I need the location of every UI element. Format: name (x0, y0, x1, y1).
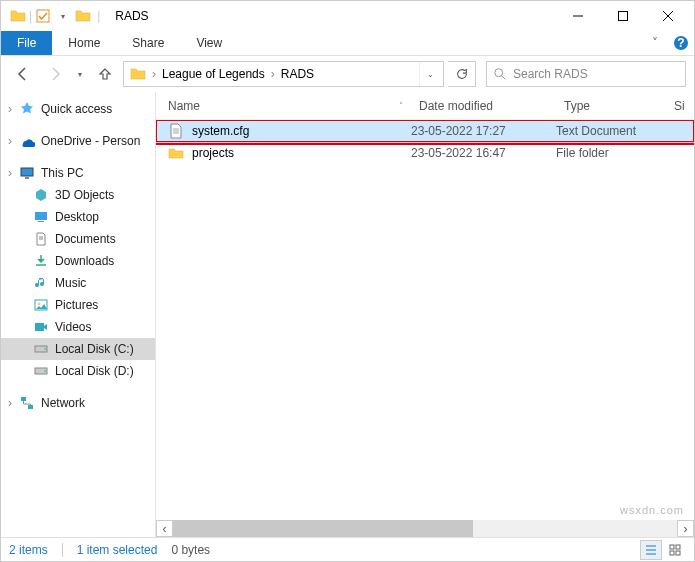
breadcrumb-segment[interactable]: RADS (277, 67, 318, 81)
view-thumbnails-button[interactable] (664, 540, 686, 560)
disk-icon (33, 341, 49, 357)
file-type: File folder (556, 146, 666, 160)
qat-divider: | (29, 9, 32, 23)
desktop-icon (33, 209, 49, 225)
close-button[interactable] (645, 2, 690, 30)
back-button[interactable] (9, 60, 37, 88)
tree-item-label: 3D Objects (55, 188, 114, 202)
expand-caret-icon[interactable]: › (5, 166, 15, 180)
folder-icon (168, 145, 184, 161)
status-size: 0 bytes (171, 543, 210, 557)
tree-item-quick-access[interactable]: ›Quick access (1, 98, 155, 120)
tree-item-this-pc[interactable]: ›This PC (1, 162, 155, 184)
nav-tree[interactable]: ›Quick access›OneDrive - Person›This PC3… (1, 92, 156, 537)
breadcrumb-root-icon[interactable] (126, 66, 150, 82)
refresh-button[interactable] (448, 61, 476, 87)
file-row[interactable]: projects23-05-2022 16:47File folder (156, 142, 694, 164)
search-icon (493, 67, 507, 81)
scroll-right-icon[interactable]: › (677, 520, 694, 537)
tree-item-videos[interactable]: Videos (1, 316, 155, 338)
tree-item-desktop[interactable]: Desktop (1, 206, 155, 228)
file-date: 23-05-2022 17:27 (411, 124, 556, 138)
expand-caret-icon[interactable]: › (5, 396, 15, 410)
tree-item-music[interactable]: Music (1, 272, 155, 294)
ribbon-expand-icon[interactable]: ˅ (642, 31, 668, 55)
file-row[interactable]: system.cfg23-05-2022 17:27Text Document (156, 120, 694, 142)
column-name[interactable]: Name˄ (156, 99, 411, 113)
horizontal-scrollbar[interactable]: ‹ › (156, 520, 694, 537)
maximize-button[interactable] (600, 2, 645, 30)
tree-item-onedrive-person[interactable]: ›OneDrive - Person (1, 130, 155, 152)
address-bar[interactable]: › League of Legends › RADS ⌄ (123, 61, 444, 87)
tree-item-3d-objects[interactable]: 3D Objects (1, 184, 155, 206)
column-date[interactable]: Date modified (411, 99, 556, 113)
tree-item-network[interactable]: ›Network (1, 392, 155, 414)
tree-item-local-disk-d-[interactable]: Local Disk (D:) (1, 360, 155, 382)
tree-item-label: Videos (55, 320, 91, 334)
tab-share[interactable]: Share (116, 31, 180, 55)
ribbon-tabs: File Home Share View ˅ ? (1, 31, 694, 56)
search-box[interactable] (486, 61, 686, 87)
svg-rect-32 (670, 551, 674, 555)
tree-item-label: Local Disk (D:) (55, 364, 134, 378)
svg-rect-31 (676, 545, 680, 549)
svg-rect-9 (21, 168, 33, 176)
checkbox-icon[interactable] (34, 7, 52, 25)
tree-item-label: Downloads (55, 254, 114, 268)
column-size[interactable]: Si (666, 99, 694, 113)
view-details-button[interactable] (640, 540, 662, 560)
music-icon (33, 275, 49, 291)
forward-button[interactable] (41, 60, 69, 88)
tree-item-label: Network (41, 396, 85, 410)
tree-item-label: This PC (41, 166, 84, 180)
file-name: system.cfg (192, 124, 249, 138)
breadcrumb-segment[interactable]: League of Legends (158, 67, 269, 81)
tree-item-label: Local Disk (C:) (55, 342, 134, 356)
svg-rect-10 (25, 177, 29, 179)
minimize-button[interactable] (555, 2, 600, 30)
tree-item-downloads[interactable]: Downloads (1, 250, 155, 272)
expand-caret-icon[interactable]: › (5, 102, 15, 116)
column-headers: Name˄ Date modified Type Si (156, 92, 694, 120)
svg-point-21 (44, 370, 46, 372)
help-button[interactable]: ? (668, 31, 694, 55)
svg-rect-2 (618, 12, 627, 21)
scroll-left-icon[interactable]: ‹ (156, 520, 173, 537)
tab-home[interactable]: Home (52, 31, 116, 55)
file-tab[interactable]: File (1, 31, 52, 55)
folder-icon (74, 7, 92, 25)
tree-item-label: OneDrive - Person (41, 134, 140, 148)
tree-item-label: Quick access (41, 102, 112, 116)
svg-point-7 (495, 69, 503, 77)
up-button[interactable] (91, 60, 119, 88)
tree-item-pictures[interactable]: Pictures (1, 294, 155, 316)
tree-item-label: Music (55, 276, 86, 290)
pictures-icon (33, 297, 49, 313)
qat-separator: | (94, 9, 103, 23)
svg-rect-33 (676, 551, 680, 555)
chevron-right-icon[interactable]: › (150, 67, 158, 81)
file-icon (168, 123, 184, 139)
svg-rect-0 (37, 10, 49, 22)
tree-item-documents[interactable]: Documents (1, 228, 155, 250)
file-list[interactable]: system.cfg23-05-2022 17:27Text Documentp… (156, 120, 694, 520)
column-type[interactable]: Type (556, 99, 666, 113)
star-icon (19, 101, 35, 117)
tree-item-label: Documents (55, 232, 116, 246)
title-text: RADS (115, 9, 148, 23)
address-dropdown-icon[interactable]: ⌄ (419, 62, 441, 86)
file-name: projects (192, 146, 234, 160)
videos-icon (33, 319, 49, 335)
search-input[interactable] (513, 67, 679, 81)
expand-caret-icon[interactable]: › (5, 134, 15, 148)
tree-item-local-disk-c-[interactable]: Local Disk (C:) (1, 338, 155, 360)
scrollbar-thumb[interactable] (173, 520, 473, 537)
window-controls (555, 2, 690, 30)
svg-rect-22 (21, 397, 26, 401)
tab-view[interactable]: View (180, 31, 238, 55)
folder-icon (9, 7, 27, 25)
chevron-right-icon[interactable]: › (269, 67, 277, 81)
qat-dropdown-icon[interactable]: ▾ (54, 7, 72, 25)
recent-dropdown-icon[interactable]: ▾ (73, 60, 87, 88)
watermark: wsxdn.com (620, 504, 684, 516)
